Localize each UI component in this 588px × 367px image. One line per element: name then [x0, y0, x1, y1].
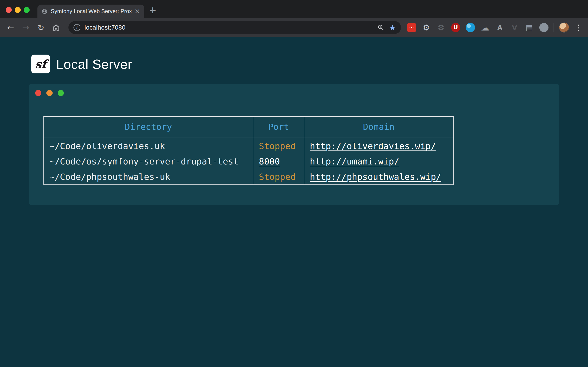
forward-icon[interactable]: →	[21, 23, 31, 32]
column-header-domain: Domain	[304, 117, 453, 137]
ublock-extension-icon[interactable]: U	[451, 23, 460, 32]
gear-light-extension-icon[interactable]: ⚙	[422, 23, 431, 32]
symfony-logo: sf	[31, 55, 50, 73]
red-dots-extension-icon[interactable]: ⋯	[407, 23, 416, 32]
profile-avatar[interactable]	[559, 23, 569, 33]
card-dot-orange	[46, 90, 52, 96]
port-status: Stopped	[253, 137, 304, 154]
column-header-directory: Directory	[44, 117, 253, 137]
card-dot-green	[58, 90, 64, 96]
table-row: ~/Code/phpsouthwales-uk Stopped http://p…	[44, 169, 453, 185]
bookmark-star-icon[interactable]: ★	[389, 23, 396, 32]
reload-icon[interactable]: ↻	[36, 23, 46, 32]
browser-menu-icon[interactable]: ⋮	[574, 23, 582, 32]
directory-cell: ~/Code/oliverdavies.uk	[44, 137, 253, 154]
browser-window: Symfony Local Web Server: Prox × + ← → ↻…	[0, 0, 588, 37]
server-card: Directory Port Domain ~/Code/oliverdavie…	[29, 84, 559, 205]
browser-tab[interactable]: Symfony Local Web Server: Prox ×	[37, 5, 144, 18]
back-icon[interactable]: ←	[6, 23, 16, 32]
window-minimize-button[interactable]	[15, 7, 21, 13]
port-status: Stopped	[253, 169, 304, 185]
window-zoom-button[interactable]	[24, 7, 30, 13]
letter-a-extension-icon[interactable]: A	[495, 23, 504, 32]
address-bar[interactable]: i localhost:7080 ★	[69, 21, 401, 34]
table-row: ~/Code/os/symfony-server-drupal-test 800…	[44, 154, 453, 169]
cloud-extension-icon[interactable]: ☁	[481, 23, 490, 32]
domain-link[interactable]: http://phpsouthwales.wip/	[310, 172, 441, 182]
blue-circle-extension-icon[interactable]	[466, 23, 475, 32]
tab-title: Symfony Local Web Server: Prox	[51, 8, 132, 15]
letter-v-extension-icon[interactable]: V	[510, 23, 519, 32]
gear-dark-extension-icon[interactable]: ⚙	[436, 23, 446, 32]
zoom-icon[interactable]	[377, 24, 384, 31]
window-close-button[interactable]	[6, 7, 12, 13]
url-text: localhost:7080	[85, 24, 377, 31]
tab-strip: Symfony Local Web Server: Prox × +	[0, 0, 588, 18]
page-title: Local Server	[56, 56, 132, 72]
servers-table: Directory Port Domain ~/Code/oliverdavie…	[43, 116, 454, 185]
panel-extension-icon[interactable]: ▤	[525, 23, 534, 32]
directory-cell: ~/Code/os/symfony-server-drupal-test	[44, 154, 253, 169]
directory-cell: ~/Code/phpsouthwales-uk	[44, 169, 253, 185]
port-link[interactable]: 8000	[259, 156, 280, 167]
page-header: sf Local Server	[31, 55, 559, 73]
table-row: ~/Code/oliverdavies.uk Stopped http://ol…	[44, 137, 453, 154]
browser-toolbar: ← → ↻ i localhost:7080 ★ ⋯ ⚙ ⚙	[0, 18, 588, 37]
home-icon[interactable]	[51, 23, 61, 32]
globe-favicon-icon	[42, 8, 48, 14]
tab-close-icon[interactable]: ×	[134, 8, 140, 15]
symfony-local-server-page: sf Local Server Directory Port Domain ~/…	[0, 37, 588, 367]
domain-link[interactable]: http://umami.wip/	[310, 156, 399, 167]
site-info-icon[interactable]: i	[73, 24, 80, 31]
extensions-bar: ⋯ ⚙ ⚙ U ☁ A V ▤	[407, 23, 548, 32]
domain-link[interactable]: http://oliverdavies.wip/	[310, 141, 436, 151]
column-header-port: Port	[253, 117, 304, 137]
window-controls	[6, 7, 30, 13]
toolbar-divider	[553, 23, 554, 32]
table-header-row: Directory Port Domain	[44, 117, 453, 137]
github-extension-icon[interactable]	[539, 23, 548, 32]
new-tab-button[interactable]: +	[149, 6, 157, 15]
card-window-dots	[35, 90, 551, 96]
card-dot-red	[35, 90, 41, 96]
